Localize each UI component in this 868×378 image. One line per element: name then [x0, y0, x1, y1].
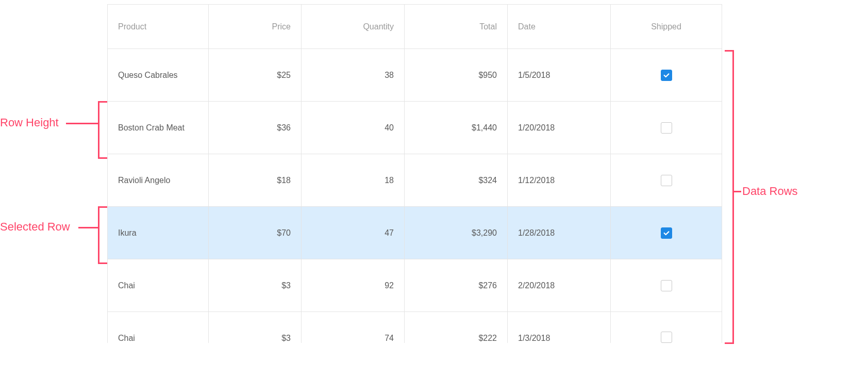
cell-date: 2/20/2018 [508, 259, 611, 312]
cell-product: Ikura [108, 207, 209, 259]
table-row[interactable]: Ravioli Angelo$1818$3241/12/2018 [108, 154, 722, 207]
cell-date: 1/5/2018 [508, 49, 611, 102]
annotation-selected-row-bracket [98, 206, 107, 264]
table-row[interactable]: Chai$374$2221/3/2018 [108, 312, 722, 343]
cell-shipped [611, 154, 722, 207]
header-price[interactable]: Price [209, 5, 302, 49]
header-shipped[interactable]: Shipped [611, 5, 722, 49]
cell-shipped [611, 259, 722, 312]
annotation-row-height-bracket [98, 101, 107, 159]
cell-price: $70 [209, 207, 302, 259]
cell-product: Boston Crab Meat [108, 102, 209, 154]
cell-total: $222 [405, 312, 508, 343]
annotation-row-height-line [66, 123, 98, 124]
cell-shipped [611, 102, 722, 154]
data-table: Product Price Quantity Total Date Shippe… [107, 4, 722, 343]
cell-quantity: 40 [302, 102, 405, 154]
cell-date: 1/12/2018 [508, 154, 611, 207]
shipped-checkbox[interactable] [661, 227, 672, 239]
table-row[interactable]: Queso Cabrales$2538$9501/5/2018 [108, 49, 722, 102]
table-row[interactable]: Ikura$7047$3,2901/28/2018 [108, 207, 722, 259]
cell-shipped [611, 49, 722, 102]
cell-date: 1/20/2018 [508, 102, 611, 154]
cell-product: Chai [108, 312, 209, 343]
shipped-checkbox[interactable] [661, 175, 672, 186]
cell-price: $3 [209, 312, 302, 343]
cell-price: $18 [209, 154, 302, 207]
cell-total: $950 [405, 49, 508, 102]
cell-total: $3,290 [405, 207, 508, 259]
table-row[interactable]: Boston Crab Meat$3640$1,4401/20/2018 [108, 102, 722, 154]
cell-quantity: 47 [302, 207, 405, 259]
cell-total: $324 [405, 154, 508, 207]
table-row[interactable]: Chai$392$2762/20/2018 [108, 259, 722, 312]
cell-date: 1/3/2018 [508, 312, 611, 343]
cell-total: $1,440 [405, 102, 508, 154]
cell-quantity: 92 [302, 259, 405, 312]
header-total[interactable]: Total [405, 5, 508, 49]
header-product[interactable]: Product [108, 5, 209, 49]
shipped-checkbox[interactable] [661, 70, 672, 81]
cell-quantity: 18 [302, 154, 405, 207]
annotation-data-rows-line [734, 191, 741, 192]
annotation-selected-row: Selected Row [0, 220, 70, 234]
cell-shipped [611, 312, 722, 343]
cell-quantity: 74 [302, 312, 405, 343]
shipped-checkbox[interactable] [661, 280, 672, 291]
annotation-selected-row-line [78, 227, 98, 228]
cell-price: $25 [209, 49, 302, 102]
cell-product: Queso Cabrales [108, 49, 209, 102]
cell-price: $36 [209, 102, 302, 154]
cell-product: Ravioli Angelo [108, 154, 209, 207]
shipped-checkbox[interactable] [661, 332, 672, 343]
table-header-row: Product Price Quantity Total Date Shippe… [108, 5, 722, 49]
cell-product: Chai [108, 259, 209, 312]
cell-total: $276 [405, 259, 508, 312]
cell-date: 1/28/2018 [508, 207, 611, 259]
annotation-data-rows: Data Rows [742, 185, 798, 198]
annotation-data-rows-bracket [725, 50, 734, 344]
cell-shipped [611, 207, 722, 259]
cell-price: $3 [209, 259, 302, 312]
shipped-checkbox[interactable] [661, 122, 672, 134]
header-date[interactable]: Date [508, 5, 611, 49]
cell-quantity: 38 [302, 49, 405, 102]
annotation-row-height: Row Height [0, 116, 59, 129]
header-quantity[interactable]: Quantity [302, 5, 405, 49]
